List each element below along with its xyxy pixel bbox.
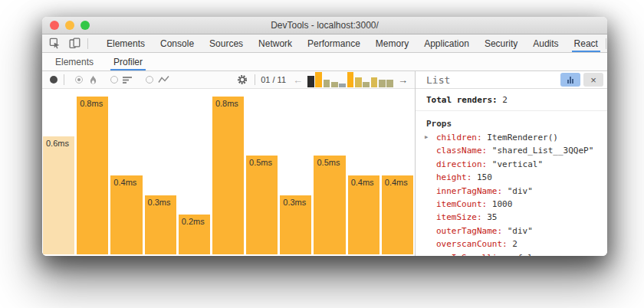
prop-name: direction: — [436, 159, 487, 169]
tab-network[interactable]: Network — [251, 34, 300, 52]
ranked-radio[interactable] — [110, 76, 118, 84]
profiler-toolbar: 01 / 11 ← → — [42, 71, 415, 89]
commit-bar-2[interactable]: 0.8ms — [77, 97, 108, 254]
prop-name: itemCount: — [436, 199, 487, 209]
ranked-chart-icon — [121, 73, 135, 87]
previous-commit-button[interactable]: ← — [291, 75, 304, 85]
close-window-button[interactable] — [50, 21, 59, 30]
commit-bar-label: 0.4ms — [110, 175, 142, 187]
tabbar-right-divider — [606, 38, 606, 49]
minimap-commit-9[interactable] — [371, 77, 378, 87]
commit-bar-11[interactable]: 0.4ms — [382, 175, 413, 254]
tab-audits[interactable]: Audits — [525, 34, 566, 52]
tab-elements[interactable]: Elements — [99, 34, 153, 52]
prop-name: outerTagName: — [436, 226, 502, 236]
tab-application[interactable]: Application — [416, 34, 477, 52]
minimap-commit-7[interactable] — [355, 77, 362, 87]
prop-value: ItemRenderer() — [482, 133, 558, 143]
commit-bar-10[interactable]: 0.4ms — [348, 175, 380, 254]
inspect-element-icon[interactable] — [48, 37, 61, 51]
minimap-commit-6[interactable] — [347, 72, 354, 87]
device-toolbar-icon[interactable] — [67, 37, 81, 51]
commit-bar-7[interactable]: 0.5ms — [246, 156, 278, 254]
zoom-window-button[interactable] — [80, 21, 90, 30]
interactions-chart-icon — [156, 73, 170, 87]
commit-bar-label: 0.8ms — [212, 97, 244, 108]
commit-minimap[interactable] — [307, 72, 393, 87]
subtab-elements[interactable]: Elements — [45, 53, 104, 70]
prop-value: "vertical" — [487, 159, 543, 169]
commit-bar-6[interactable]: 0.8ms — [212, 97, 244, 254]
minimap-commit-1[interactable] — [307, 76, 314, 87]
minimap-commit-11[interactable] — [386, 80, 393, 87]
next-commit-button[interactable]: → — [396, 75, 409, 85]
commit-bar-8[interactable]: 0.3ms — [280, 195, 311, 254]
view-interactions-option[interactable] — [146, 73, 170, 87]
prop-value: "shared_List__3QQeP" — [487, 146, 593, 156]
prop-row-outerTagName: outerTagName: "div" — [416, 224, 607, 238]
flamegraph-radio[interactable] — [75, 76, 83, 84]
component-panel: List × Total renders: 2 Props ▶children:… — [415, 71, 607, 256]
minimap-commit-2[interactable] — [315, 72, 322, 87]
subtab-profiler[interactable]: Profiler — [104, 53, 153, 70]
tab-react[interactable]: React — [567, 34, 606, 52]
tab-sources[interactable]: Sources — [202, 34, 251, 52]
prop-value: 2 — [508, 239, 518, 249]
tab-performance[interactable]: Performance — [300, 34, 368, 52]
interactions-radio[interactable] — [146, 76, 153, 84]
commit-bar-3[interactable]: 0.4ms — [110, 175, 142, 254]
prop-value: 35 — [482, 212, 498, 222]
react-subtabbar: ElementsProfiler — [42, 53, 607, 71]
view-ranked-option[interactable] — [110, 73, 135, 87]
prop-row-itemSize: itemSize: 35 — [416, 211, 607, 224]
toolbar-divider — [255, 74, 255, 85]
tab-memory[interactable]: Memory — [368, 34, 416, 52]
prop-name: useIsScrolling: — [436, 253, 512, 256]
prop-row-itemCount: itemCount: 1000 — [416, 198, 607, 211]
toolbar-divider — [87, 38, 88, 49]
view-flamegraph-option[interactable] — [75, 73, 100, 87]
prop-row-className: className: "shared_List__3QQeP" — [416, 144, 607, 157]
prop-value: false — [512, 253, 543, 256]
ranked-bar-chart: 0.6ms0.8ms0.4ms0.3ms0.2ms0.8ms0.5ms0.3ms… — [42, 89, 415, 256]
commit-counter: 01 / 11 — [261, 75, 286, 84]
main-tabbar-tabs: ElementsConsoleSourcesNetworkPerformance… — [99, 34, 606, 52]
minimap-commit-5[interactable] — [339, 84, 346, 87]
prop-row-children: ▶children: ItemRenderer() — [416, 131, 607, 144]
record-button[interactable] — [50, 76, 58, 84]
commit-bar-4[interactable]: 0.3ms — [145, 195, 176, 254]
prop-name: itemSize: — [436, 212, 482, 222]
prop-name: className: — [436, 146, 487, 156]
profiler-content: 01 / 11 ← → 0.6ms0.8ms0.4ms0.3ms0.2ms0.8… — [42, 71, 607, 256]
minimap-commit-3[interactable] — [324, 80, 330, 87]
component-panel-header: List × — [416, 71, 607, 89]
minimap-commit-4[interactable] — [331, 82, 338, 87]
selected-component-name: List — [426, 74, 557, 86]
expand-arrow-icon[interactable]: ▶ — [425, 131, 428, 144]
commit-bar-label: 0.2ms — [179, 215, 210, 226]
traffic-lights — [50, 21, 90, 30]
total-renders-value: 2 — [502, 95, 508, 105]
settings-gear-icon[interactable] — [235, 73, 249, 87]
minimap-commit-10[interactable] — [379, 80, 386, 87]
close-panel-button[interactable]: × — [583, 73, 603, 87]
toolbar-divider — [64, 74, 64, 85]
window-title: DevTools - localhost:3000/ — [271, 20, 379, 31]
tab-security[interactable]: Security — [477, 34, 525, 52]
profiler-left: 01 / 11 ← → 0.6ms0.8ms0.4ms0.3ms0.2ms0.8… — [42, 71, 415, 256]
props-list: ▶children: ItemRenderer()className: "sha… — [416, 131, 607, 256]
commit-bar-5[interactable]: 0.2ms — [179, 215, 210, 254]
commit-bar-9[interactable]: 0.5ms — [314, 156, 345, 254]
commit-bar-1[interactable]: 0.6ms — [43, 136, 74, 254]
prop-name: height: — [436, 172, 472, 182]
total-renders-label: Total renders: — [426, 95, 498, 105]
commit-bar-label: 0.3ms — [280, 195, 311, 207]
tab-console[interactable]: Console — [153, 34, 202, 52]
minimap-commit-8[interactable] — [363, 82, 370, 87]
main-tabbar: ElementsConsoleSourcesNetworkPerformance… — [42, 34, 607, 53]
commit-bar-label: 0.4ms — [348, 175, 380, 187]
prop-value: 150 — [472, 172, 492, 182]
prop-row-innerTagName: innerTagName: "div" — [416, 185, 607, 198]
minimize-window-button[interactable] — [65, 21, 74, 30]
view-chart-button[interactable] — [560, 73, 580, 87]
